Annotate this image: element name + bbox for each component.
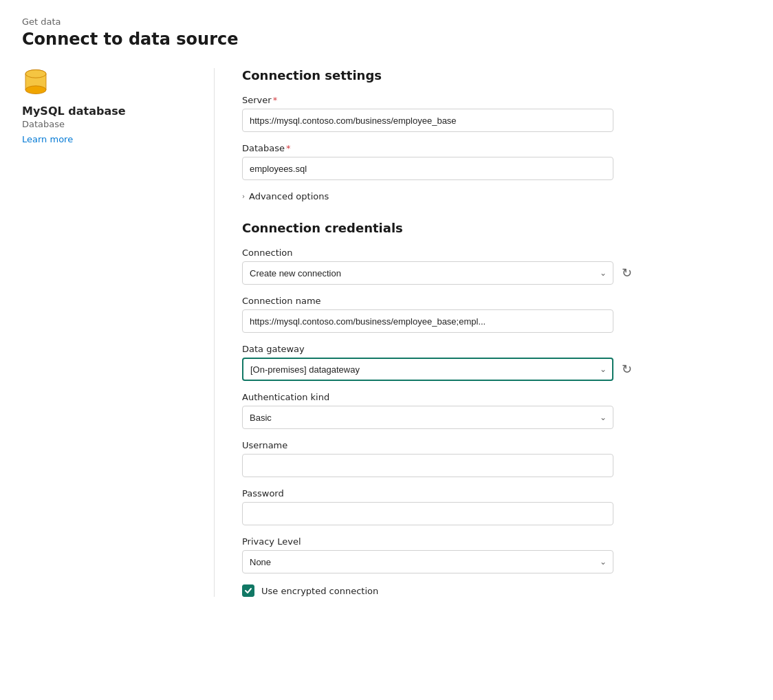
left-panel: MySQL database Database Learn more [22, 68, 215, 597]
connection-name-field-group: Connection name [242, 296, 751, 333]
password-input[interactable] [242, 502, 613, 525]
data-gateway-label: Data gateway [242, 344, 751, 354]
data-gateway-with-refresh: [On-premises] datagateway ⌄ ↻ [242, 358, 641, 381]
check-icon [244, 587, 252, 595]
connection-select-wrapper: Create new connection ⌄ [242, 261, 613, 285]
connection-refresh-button[interactable]: ↻ [619, 263, 635, 283]
password-field-group: Password [242, 488, 751, 525]
username-field-group: Username [242, 440, 751, 477]
svg-point-2 [25, 86, 46, 94]
advanced-options-toggle[interactable]: › Advanced options [242, 191, 751, 201]
server-field-group: Server* [242, 95, 751, 132]
privacy-level-select-wrapper: None ⌄ [242, 550, 613, 573]
learn-more-link[interactable]: Learn more [22, 134, 73, 144]
privacy-level-select[interactable]: None [242, 550, 613, 573]
database-required: * [286, 143, 291, 153]
auth-kind-field-group: Authentication kind Basic ⌄ [242, 392, 751, 429]
advanced-options-chevron-icon: › [242, 193, 245, 200]
breadcrumb: Get data [22, 17, 751, 27]
connection-select[interactable]: Create new connection [242, 261, 613, 285]
data-gateway-field-group: Data gateway [On-premises] datagateway ⌄… [242, 344, 751, 381]
privacy-level-label: Privacy Level [242, 536, 751, 547]
advanced-options-label: Advanced options [249, 191, 329, 201]
username-input[interactable] [242, 454, 613, 477]
encrypted-label: Use encrypted connection [261, 586, 378, 596]
content-layout: MySQL database Database Learn more Conne… [22, 68, 751, 597]
password-label: Password [242, 488, 751, 499]
data-gateway-select[interactable]: [On-premises] datagateway [242, 358, 613, 381]
database-input[interactable] [242, 157, 613, 180]
data-gateway-select-wrapper: [On-premises] datagateway ⌄ [242, 358, 613, 381]
connection-with-refresh: Create new connection ⌄ ↻ [242, 261, 641, 285]
connection-label: Connection [242, 248, 751, 258]
encrypted-checkbox[interactable] [242, 584, 254, 597]
connection-settings-title: Connection settings [242, 68, 751, 83]
connection-credentials-title: Connection credentials [242, 221, 751, 235]
server-required: * [273, 95, 278, 105]
connection-name-label: Connection name [242, 296, 751, 306]
page-container: Get data Connect to data source MySQL da… [0, 0, 773, 613]
datasource-type: Database [22, 119, 186, 129]
encrypted-connection-row: Use encrypted connection [242, 584, 751, 597]
mysql-icon [22, 68, 50, 96]
database-label: Database* [242, 143, 751, 153]
username-label: Username [242, 440, 751, 450]
data-gateway-refresh-button[interactable]: ↻ [619, 359, 635, 380]
auth-kind-select[interactable]: Basic [242, 406, 613, 429]
right-panel: Connection settings Server* Database* › … [215, 68, 751, 597]
auth-kind-label: Authentication kind [242, 392, 751, 402]
database-field-group: Database* [242, 143, 751, 180]
page-title: Connect to data source [22, 30, 751, 49]
auth-kind-select-wrapper: Basic ⌄ [242, 406, 613, 429]
datasource-name: MySQL database [22, 105, 186, 118]
connection-field-group: Connection Create new connection ⌄ ↻ [242, 248, 751, 285]
privacy-level-field-group: Privacy Level None ⌄ [242, 536, 751, 573]
connection-name-input[interactable] [242, 309, 613, 333]
data-gateway-refresh-icon: ↻ [622, 362, 632, 377]
server-input[interactable] [242, 109, 613, 132]
connection-refresh-icon: ↻ [622, 265, 632, 281]
svg-point-3 [25, 70, 46, 78]
server-label: Server* [242, 95, 751, 105]
